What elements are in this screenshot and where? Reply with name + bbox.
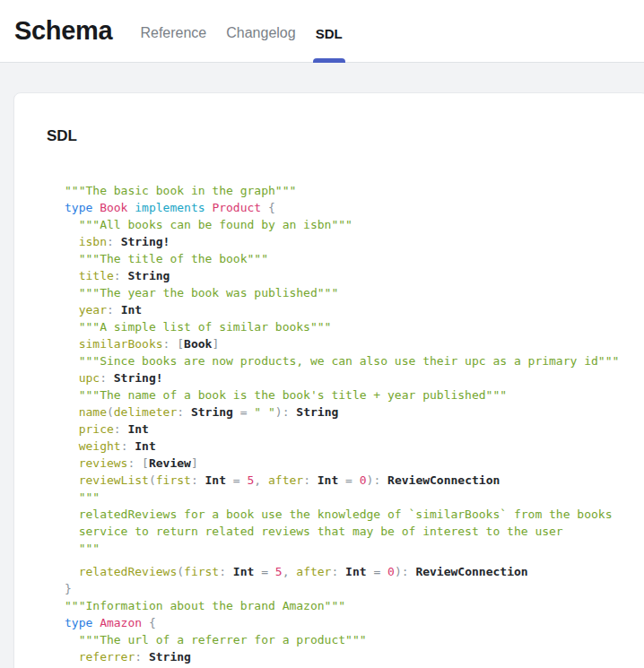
code-line: """ [65, 540, 644, 557]
tab-changelog-label: Changelog [226, 25, 295, 41]
code-line: """Since books are now products, we can … [65, 352, 644, 369]
code-line: referrer: String [65, 648, 644, 665]
sdl-code-block: """The basic book in the graph"""type Bo… [65, 182, 644, 668]
code-line: """ [65, 489, 644, 506]
page-title: Schema [14, 16, 112, 46]
card-heading: SDL [47, 127, 644, 145]
code-line: """The name of a book is the book's titl… [65, 386, 644, 403]
code-line: upc: String! [65, 369, 644, 386]
code-line: type Book implements Product { [65, 199, 644, 216]
code-line: isbn: String! [65, 233, 644, 250]
code-line: """The basic book in the graph""" [65, 182, 644, 199]
code-line: reviewList(first: Int = 5, after: Int = … [65, 472, 644, 489]
code-line: relatedReviews(first: Int = 5, after: In… [65, 563, 644, 580]
tab-sdl[interactable]: SDL [316, 0, 343, 62]
code-line: reviews: [Review] [65, 455, 644, 472]
code-line: price: Int [65, 421, 644, 438]
code-line: """A simple list of similar books""" [65, 318, 644, 335]
code-line: """The url of a referrer for a product""… [65, 631, 644, 648]
tab-sdl-label: SDL [316, 26, 343, 41]
schema-header: Schema Reference Changelog SDL [0, 0, 644, 63]
code-line: """All books can be found by an isbn""" [65, 216, 644, 233]
active-tab-underline [313, 58, 345, 63]
code-line: title: String [65, 267, 644, 284]
code-line: type Amazon { [65, 614, 644, 631]
tab-reference[interactable]: Reference [140, 0, 206, 62]
tab-reference-label: Reference [140, 25, 206, 41]
code-line: } [65, 580, 644, 597]
code-line: relatedReviews for a book use the knowle… [65, 506, 644, 523]
tab-bar: Reference Changelog SDL [140, 0, 342, 62]
code-line: """The title of the book""" [65, 250, 644, 267]
code-line: similarBooks: [Book] [65, 335, 644, 352]
code-line: name(delimeter: String = " "): String [65, 403, 644, 421]
code-line: weight: Int [65, 438, 644, 455]
tab-changelog[interactable]: Changelog [226, 0, 295, 62]
code-line: service to return related reviews that m… [65, 523, 644, 540]
code-line: """The year the book was published""" [65, 284, 644, 301]
sdl-card: SDL """The basic book in the graph"""typ… [13, 92, 644, 668]
code-line: """Information about the brand Amazon""" [65, 597, 644, 614]
code-line: year: Int [65, 301, 644, 318]
page-body: SDL """The basic book in the graph"""typ… [0, 63, 644, 668]
